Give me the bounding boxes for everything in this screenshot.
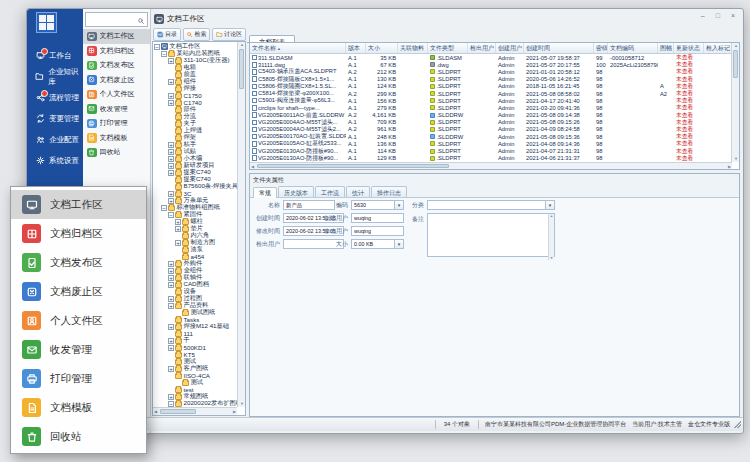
remark-scrollbar[interactable]: ▲▼ bbox=[548, 214, 554, 260]
tree-expander[interactable]: + bbox=[168, 58, 174, 64]
tree-item[interactable]: 111 bbox=[154, 330, 237, 337]
category-field[interactable] bbox=[427, 200, 546, 210]
tree-expander[interactable]: + bbox=[175, 226, 181, 232]
sidebar-item-knowledge[interactable]: 企业知识库 bbox=[27, 66, 83, 87]
properties-tab-历史版本[interactable]: 历史版本 bbox=[278, 186, 314, 197]
column-header[interactable]: 文件名称▲ bbox=[250, 43, 346, 53]
toolbar-button-search[interactable]: 检索 bbox=[183, 28, 211, 41]
tree-expander[interactable]: + bbox=[168, 303, 174, 309]
tree-item[interactable]: +C1750 bbox=[154, 92, 237, 99]
menu-item-trash[interactable]: 回收站 bbox=[11, 422, 146, 451]
table-row[interactable]: VG2005E0130AO-防撞板#90...A.1129 KB.SLDPRTA… bbox=[250, 155, 732, 162]
resize-grip[interactable] bbox=[734, 421, 741, 428]
menu-item-sendrecv[interactable]: 收发管理 bbox=[83, 102, 150, 117]
minimize-button[interactable]: – bbox=[701, 12, 705, 20]
tree-expander[interactable]: − bbox=[161, 205, 167, 211]
menu-item-sendrecv[interactable]: 收发管理 bbox=[11, 335, 146, 364]
menu-item-stop[interactable]: 文档废止区 bbox=[83, 73, 150, 88]
menu-item-personal[interactable]: 个人文件区 bbox=[11, 306, 146, 335]
sidebar-item-workbench[interactable]: 工作台 bbox=[27, 45, 83, 66]
search-icon[interactable] bbox=[137, 11, 145, 29]
tree-expander[interactable]: − bbox=[154, 44, 160, 50]
menu-item-archive[interactable]: 文档归档区 bbox=[83, 44, 150, 59]
menu-item-printer[interactable]: 打印管理 bbox=[83, 116, 150, 131]
maximize-button[interactable]: □ bbox=[716, 12, 720, 20]
tree-expander[interactable]: − bbox=[161, 51, 167, 57]
tree-expander[interactable]: + bbox=[168, 191, 174, 197]
tree-item[interactable]: +500KD1 bbox=[154, 344, 237, 351]
category-dropdown-button[interactable]: ▾ bbox=[546, 200, 555, 210]
properties-tab-操作日志[interactable]: 操作日志 bbox=[371, 186, 407, 197]
column-header[interactable]: 文件类型 bbox=[428, 43, 468, 53]
tree-expander[interactable]: + bbox=[175, 219, 181, 225]
column-header[interactable]: 大小 bbox=[366, 43, 398, 53]
sidebar-item-settings[interactable]: 系统设置 bbox=[27, 150, 83, 171]
sidebar-item-change[interactable]: 变更管理 bbox=[27, 108, 83, 129]
tree-expander[interactable]: + bbox=[168, 338, 174, 344]
column-header[interactable]: 文档编码 bbox=[608, 43, 658, 53]
tree-expander[interactable]: + bbox=[168, 275, 174, 281]
code-field[interactable] bbox=[351, 200, 395, 210]
menu-item-archive[interactable]: 文档归档区 bbox=[11, 219, 146, 248]
menu-item-personal[interactable]: 个人文件区 bbox=[83, 87, 150, 102]
tree-expander[interactable]: + bbox=[168, 366, 174, 372]
menu-item-template[interactable]: 文档模板 bbox=[11, 393, 146, 422]
column-header[interactable]: 检出用户 bbox=[468, 43, 496, 53]
tree-item[interactable]: 焊接 bbox=[154, 85, 237, 92]
table-row[interactable]: C5901-阀座连接盖量-φ56L3...A.1156 KB.SLDPRTAdm… bbox=[250, 97, 732, 104]
tree-horizontal-scrollbar[interactable]: ◀ ▶ bbox=[153, 407, 237, 415]
properties-tab-工作流[interactable]: 工作流 bbox=[315, 186, 345, 197]
properties-tab-统计[interactable]: 统计 bbox=[346, 186, 370, 197]
menu-item-monitor[interactable]: 文档工作区 bbox=[11, 190, 146, 219]
tree-item[interactable]: 测试图纸 bbox=[154, 309, 237, 316]
tree-expander[interactable]: + bbox=[168, 345, 174, 351]
tree-expander[interactable]: + bbox=[168, 282, 174, 288]
tree-expander[interactable]: + bbox=[168, 394, 174, 400]
tree-vertical-scrollbar[interactable]: ▲ ▼ bbox=[237, 42, 245, 407]
tree-expander[interactable]: + bbox=[168, 268, 174, 274]
tree-expander[interactable]: + bbox=[168, 198, 174, 204]
column-header[interactable]: 更新状态 bbox=[674, 43, 704, 53]
menu-item-template[interactable]: 文档模板 bbox=[83, 131, 150, 146]
search-input[interactable] bbox=[88, 16, 137, 24]
module-search-box[interactable] bbox=[85, 12, 148, 27]
tree-expander[interactable]: + bbox=[168, 79, 174, 85]
menu-item-stop[interactable]: 文档废止区 bbox=[11, 277, 146, 306]
tree-expander[interactable]: + bbox=[168, 163, 174, 169]
column-header[interactable]: 关联物料 bbox=[398, 43, 428, 53]
tree-expander[interactable]: + bbox=[168, 261, 174, 267]
menu-item-publish[interactable]: 文档发布区 bbox=[83, 58, 150, 73]
tree-expander[interactable]: + bbox=[175, 240, 181, 246]
menu-item-monitor[interactable]: 文档工作区 bbox=[83, 29, 150, 44]
remark-field[interactable] bbox=[427, 213, 555, 257]
column-header[interactable]: 版本 bbox=[346, 43, 366, 53]
menu-item-trash[interactable]: 回收站 bbox=[83, 145, 150, 160]
sidebar-item-process[interactable]: 流程管理 bbox=[27, 87, 83, 108]
tree-expander[interactable]: + bbox=[168, 100, 174, 106]
tree-expander[interactable]: + bbox=[168, 170, 174, 176]
size-dropdown-button[interactable]: ▾ bbox=[395, 239, 404, 249]
column-header[interactable]: 创建时间 bbox=[524, 43, 594, 53]
menu-item-publish[interactable]: 文档发布区 bbox=[11, 248, 146, 277]
table-horizontal-scrollbar[interactable]: ◀ ▶ bbox=[250, 162, 732, 169]
tree-item[interactable]: B75600条-焊接夹具 6 图纸 bbox=[154, 183, 237, 190]
tree-expander[interactable]: − bbox=[168, 212, 174, 218]
table-row[interactable]: 311.SLDASMA.135 KB.SLDASMAdmin2021-05-07… bbox=[250, 54, 732, 61]
column-header[interactable]: 检入标记 bbox=[704, 43, 732, 53]
tree-expander[interactable]: + bbox=[168, 324, 174, 330]
sidebar-item-org[interactable]: 企业配置 bbox=[27, 129, 83, 150]
creator-field[interactable] bbox=[351, 213, 404, 223]
toolbar-button-folder[interactable]: 讨论区 bbox=[212, 28, 246, 41]
size-field[interactable] bbox=[351, 239, 395, 249]
properties-tab-常规[interactable]: 常规 bbox=[253, 187, 277, 198]
close-button[interactable]: × bbox=[731, 12, 735, 20]
tree-item[interactable]: +客户图纸 bbox=[154, 365, 237, 372]
tree-expander[interactable]: + bbox=[168, 296, 174, 302]
tree-expander[interactable]: + bbox=[168, 93, 174, 99]
column-header[interactable]: 密级 bbox=[594, 43, 608, 53]
table-vertical-scrollbar[interactable]: ▲ ▼ bbox=[731, 43, 739, 162]
tree-expander[interactable]: + bbox=[168, 142, 174, 148]
tree-expander[interactable]: − bbox=[168, 401, 174, 407]
column-header[interactable]: 图幅 bbox=[658, 43, 674, 53]
tree-item[interactable]: +干 bbox=[154, 337, 237, 344]
